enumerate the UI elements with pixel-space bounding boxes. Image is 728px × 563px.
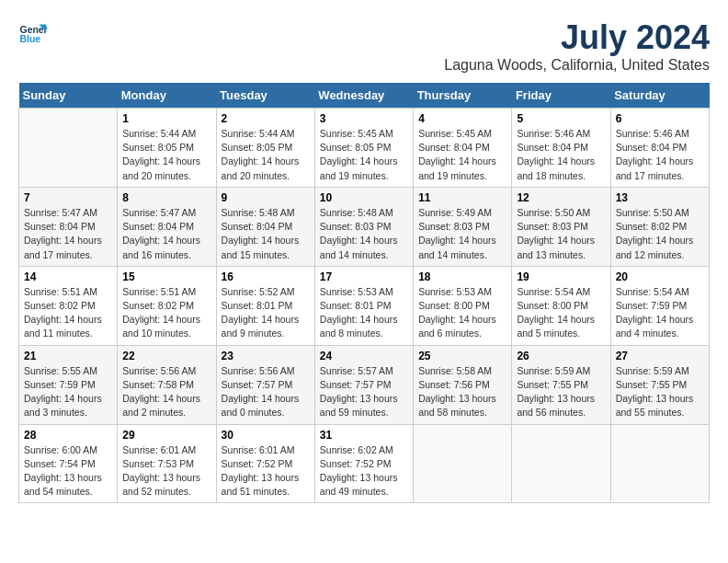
day-number: 25 [418, 350, 506, 362]
day-number: 22 [122, 350, 210, 362]
day-header-friday: Friday [512, 83, 610, 109]
calendar-week-row: 28Sunrise: 6:00 AM Sunset: 7:54 PM Dayli… [19, 424, 710, 503]
calendar-cell: 8Sunrise: 5:47 AM Sunset: 8:04 PM Daylig… [118, 187, 216, 266]
day-header-thursday: Thursday [414, 83, 512, 109]
calendar-cell: 28Sunrise: 6:00 AM Sunset: 7:54 PM Dayli… [19, 424, 118, 503]
day-info: Sunrise: 5:45 AM Sunset: 8:04 PM Dayligh… [418, 127, 506, 183]
day-info: Sunrise: 5:44 AM Sunset: 8:05 PM Dayligh… [122, 127, 210, 183]
day-number: 7 [24, 191, 112, 204]
day-number: 13 [616, 191, 704, 204]
calendar-cell: 29Sunrise: 6:01 AM Sunset: 7:53 PM Dayli… [118, 424, 216, 503]
page-header: General Blue July 2024 Laguna Woods, Cal… [18, 18, 710, 74]
calendar-cell: 20Sunrise: 5:54 AM Sunset: 7:59 PM Dayli… [610, 266, 709, 345]
calendar-cell [19, 109, 118, 188]
page-title: July 2024 [444, 18, 710, 57]
day-number: 14 [24, 270, 112, 283]
title-area: July 2024 Laguna Woods, California, Unit… [444, 18, 710, 74]
calendar-week-row: 1Sunrise: 5:44 AM Sunset: 8:05 PM Daylig… [19, 109, 710, 188]
day-number: 12 [517, 191, 605, 204]
calendar-header-row: SundayMondayTuesdayWednesdayThursdayFrid… [19, 83, 710, 109]
day-info: Sunrise: 5:45 AM Sunset: 8:05 PM Dayligh… [320, 127, 408, 183]
day-number: 11 [418, 191, 506, 204]
calendar-cell: 5Sunrise: 5:46 AM Sunset: 8:04 PM Daylig… [512, 109, 610, 188]
calendar-cell: 31Sunrise: 6:02 AM Sunset: 7:52 PM Dayli… [314, 424, 413, 503]
day-header-saturday: Saturday [610, 83, 709, 109]
day-number: 15 [122, 270, 210, 283]
day-info: Sunrise: 5:53 AM Sunset: 8:00 PM Dayligh… [418, 285, 506, 341]
day-info: Sunrise: 5:51 AM Sunset: 8:02 PM Dayligh… [122, 285, 210, 341]
calendar-week-row: 21Sunrise: 5:55 AM Sunset: 7:59 PM Dayli… [19, 345, 710, 424]
day-number: 23 [222, 350, 310, 362]
day-info: Sunrise: 5:54 AM Sunset: 7:59 PM Dayligh… [616, 285, 704, 341]
calendar-cell [414, 424, 512, 503]
svg-text:Blue: Blue [20, 34, 41, 44]
calendar-cell: 15Sunrise: 5:51 AM Sunset: 8:02 PM Dayli… [118, 266, 216, 345]
day-header-wednesday: Wednesday [314, 83, 413, 109]
calendar-cell: 26Sunrise: 5:59 AM Sunset: 7:55 PM Dayli… [512, 345, 610, 424]
calendar-cell: 17Sunrise: 5:53 AM Sunset: 8:01 PM Dayli… [314, 266, 413, 345]
day-info: Sunrise: 5:59 AM Sunset: 7:55 PM Dayligh… [616, 364, 704, 420]
calendar-cell [610, 424, 709, 503]
day-info: Sunrise: 5:44 AM Sunset: 8:05 PM Dayligh… [222, 127, 310, 183]
day-info: Sunrise: 5:52 AM Sunset: 8:01 PM Dayligh… [222, 285, 310, 341]
calendar-cell: 22Sunrise: 5:56 AM Sunset: 7:58 PM Dayli… [118, 345, 216, 424]
day-header-monday: Monday [118, 83, 216, 109]
day-info: Sunrise: 5:59 AM Sunset: 7:55 PM Dayligh… [517, 364, 605, 420]
logo-icon: General Blue [18, 18, 48, 48]
day-number: 3 [320, 112, 408, 125]
calendar-cell: 2Sunrise: 5:44 AM Sunset: 8:05 PM Daylig… [216, 109, 314, 188]
calendar-cell: 16Sunrise: 5:52 AM Sunset: 8:01 PM Dayli… [216, 266, 314, 345]
day-number: 21 [24, 350, 112, 362]
calendar-cell: 9Sunrise: 5:48 AM Sunset: 8:04 PM Daylig… [216, 187, 314, 266]
day-info: Sunrise: 5:48 AM Sunset: 8:04 PM Dayligh… [222, 206, 310, 262]
calendar-cell: 11Sunrise: 5:49 AM Sunset: 8:03 PM Dayli… [414, 187, 512, 266]
day-info: Sunrise: 5:46 AM Sunset: 8:04 PM Dayligh… [616, 127, 704, 183]
calendar-cell: 19Sunrise: 5:54 AM Sunset: 8:00 PM Dayli… [512, 266, 610, 345]
day-info: Sunrise: 5:47 AM Sunset: 8:04 PM Dayligh… [24, 206, 112, 262]
day-number: 28 [24, 429, 112, 442]
calendar-cell [512, 424, 610, 503]
day-info: Sunrise: 5:57 AM Sunset: 7:57 PM Dayligh… [320, 364, 408, 420]
day-info: Sunrise: 6:01 AM Sunset: 7:53 PM Dayligh… [122, 443, 210, 500]
day-number: 1 [122, 112, 210, 125]
calendar-cell: 24Sunrise: 5:57 AM Sunset: 7:57 PM Dayli… [314, 345, 413, 424]
day-info: Sunrise: 5:48 AM Sunset: 8:03 PM Dayligh… [320, 206, 408, 262]
day-number: 5 [517, 112, 605, 125]
calendar-cell: 12Sunrise: 5:50 AM Sunset: 8:03 PM Dayli… [512, 187, 610, 266]
day-info: Sunrise: 5:46 AM Sunset: 8:04 PM Dayligh… [517, 127, 605, 183]
calendar-week-row: 7Sunrise: 5:47 AM Sunset: 8:04 PM Daylig… [19, 187, 710, 266]
calendar-cell: 23Sunrise: 5:56 AM Sunset: 7:57 PM Dayli… [216, 345, 314, 424]
day-number: 24 [320, 350, 408, 362]
calendar-cell: 25Sunrise: 5:58 AM Sunset: 7:56 PM Dayli… [414, 345, 512, 424]
day-number: 17 [320, 270, 408, 283]
day-info: Sunrise: 5:50 AM Sunset: 8:03 PM Dayligh… [517, 206, 605, 262]
day-info: Sunrise: 5:53 AM Sunset: 8:01 PM Dayligh… [320, 285, 408, 341]
calendar-cell: 10Sunrise: 5:48 AM Sunset: 8:03 PM Dayli… [314, 187, 413, 266]
day-header-sunday: Sunday [19, 83, 118, 109]
day-number: 29 [122, 429, 210, 442]
day-info: Sunrise: 5:54 AM Sunset: 8:00 PM Dayligh… [517, 285, 605, 341]
day-number: 19 [517, 270, 605, 283]
day-number: 8 [122, 191, 210, 204]
calendar-week-row: 14Sunrise: 5:51 AM Sunset: 8:02 PM Dayli… [19, 266, 710, 345]
calendar-cell: 4Sunrise: 5:45 AM Sunset: 8:04 PM Daylig… [414, 109, 512, 188]
day-number: 27 [616, 350, 704, 362]
day-info: Sunrise: 5:58 AM Sunset: 7:56 PM Dayligh… [418, 364, 506, 420]
day-number: 31 [320, 429, 408, 442]
day-number: 2 [222, 112, 310, 125]
day-info: Sunrise: 6:01 AM Sunset: 7:52 PM Dayligh… [222, 443, 310, 500]
calendar-cell: 13Sunrise: 5:50 AM Sunset: 8:02 PM Dayli… [610, 187, 709, 266]
day-number: 10 [320, 191, 408, 204]
calendar-cell: 7Sunrise: 5:47 AM Sunset: 8:04 PM Daylig… [19, 187, 118, 266]
day-number: 26 [517, 350, 605, 362]
calendar-cell: 27Sunrise: 5:59 AM Sunset: 7:55 PM Dayli… [610, 345, 709, 424]
day-number: 6 [616, 112, 704, 125]
calendar-cell: 1Sunrise: 5:44 AM Sunset: 8:05 PM Daylig… [118, 109, 216, 188]
calendar-cell: 14Sunrise: 5:51 AM Sunset: 8:02 PM Dayli… [19, 266, 118, 345]
calendar-cell: 18Sunrise: 5:53 AM Sunset: 8:00 PM Dayli… [414, 266, 512, 345]
day-number: 20 [616, 270, 704, 283]
day-info: Sunrise: 5:55 AM Sunset: 7:59 PM Dayligh… [24, 364, 112, 420]
calendar-cell: 21Sunrise: 5:55 AM Sunset: 7:59 PM Dayli… [19, 345, 118, 424]
day-info: Sunrise: 6:00 AM Sunset: 7:54 PM Dayligh… [24, 443, 112, 500]
day-info: Sunrise: 5:49 AM Sunset: 8:03 PM Dayligh… [418, 206, 506, 262]
